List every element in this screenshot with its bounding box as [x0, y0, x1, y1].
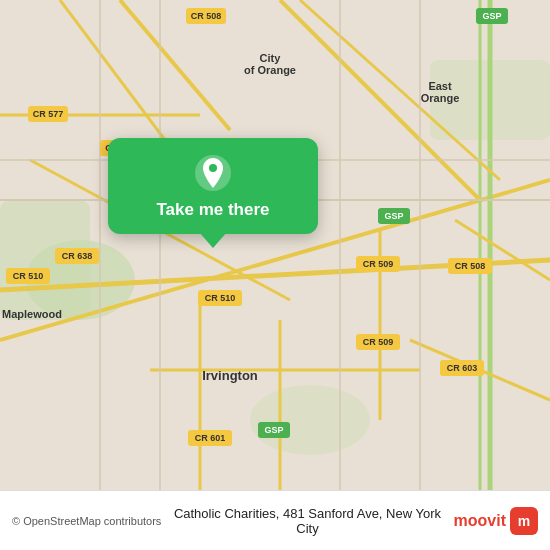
svg-text:CR 509: CR 509	[363, 337, 394, 347]
take-me-there-label: Take me there	[156, 200, 269, 220]
svg-text:Irvington: Irvington	[202, 368, 258, 383]
osm-attribution: © OpenStreetMap contributors	[12, 515, 161, 527]
svg-text:Maplewood: Maplewood	[2, 308, 62, 320]
svg-text:City: City	[260, 52, 282, 64]
svg-text:East: East	[428, 80, 452, 92]
svg-text:GSP: GSP	[264, 425, 283, 435]
svg-text:GSP: GSP	[482, 11, 501, 21]
moovit-logo: moovit m	[454, 507, 538, 535]
map-container: GSP CR 508 CR 577 CR 63 CR 638 CR 510 CR…	[0, 0, 550, 490]
location-pin-icon	[194, 154, 232, 192]
bottom-bar: © OpenStreetMap contributors Catholic Ch…	[0, 490, 550, 550]
map-svg: GSP CR 508 CR 577 CR 63 CR 638 CR 510 CR…	[0, 0, 550, 490]
svg-text:CR 603: CR 603	[447, 363, 478, 373]
svg-text:CR 577: CR 577	[33, 109, 64, 119]
moovit-text: moovit	[454, 512, 506, 530]
svg-text:CR 508: CR 508	[455, 261, 486, 271]
moovit-icon: m	[510, 507, 538, 535]
svg-point-62	[209, 164, 217, 172]
osm-text: © OpenStreetMap contributors	[12, 515, 161, 527]
svg-point-4	[250, 385, 370, 455]
take-me-there-callout[interactable]: Take me there	[108, 138, 318, 234]
svg-text:Orange: Orange	[421, 92, 460, 104]
svg-text:CR 508: CR 508	[191, 11, 222, 21]
svg-text:CR 638: CR 638	[62, 251, 93, 261]
svg-text:CR 509: CR 509	[363, 259, 394, 269]
svg-text:CR 510: CR 510	[13, 271, 44, 281]
svg-text:CR 510: CR 510	[205, 293, 236, 303]
svg-text:GSP: GSP	[384, 211, 403, 221]
svg-text:CR 601: CR 601	[195, 433, 226, 443]
svg-text:of Orange: of Orange	[244, 64, 296, 76]
address-label: Catholic Charities, 481 Sanford Ave, New…	[161, 506, 453, 536]
